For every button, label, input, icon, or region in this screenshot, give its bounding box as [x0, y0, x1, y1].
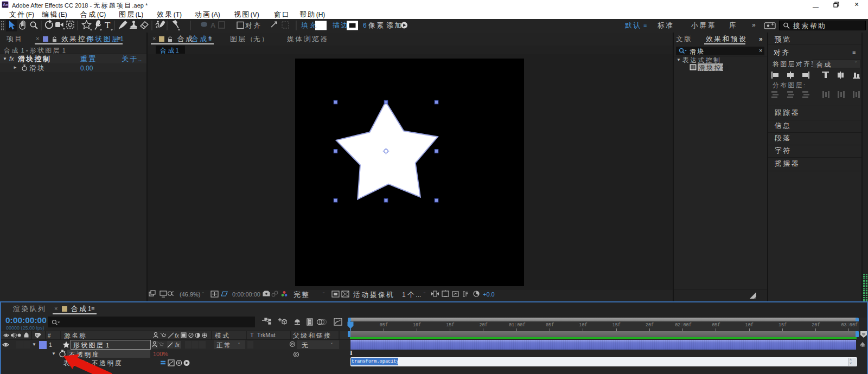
svg-text:T: T — [105, 20, 111, 30]
svg-text:fx: fx — [175, 333, 180, 339]
svg-text:A: A — [210, 21, 216, 29]
svg-text:fx: fx — [175, 342, 180, 348]
svg-text:#: # — [48, 333, 51, 339]
